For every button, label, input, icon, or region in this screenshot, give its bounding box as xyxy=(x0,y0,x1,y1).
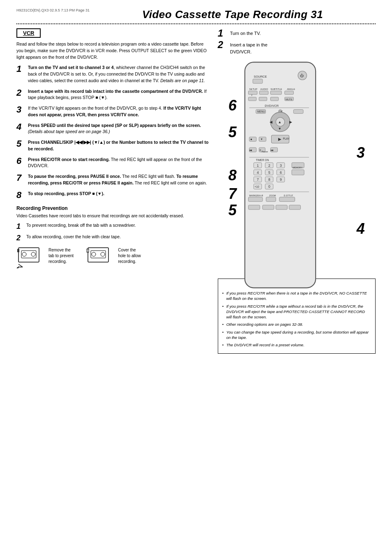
step-3-text: If the VCR/TV light appears on the front… xyxy=(28,105,210,118)
svg-text:▲: ▲ xyxy=(278,120,281,124)
svg-rect-95 xyxy=(263,205,274,210)
right-step-1-number: 1 xyxy=(218,28,227,38)
svg-rect-97 xyxy=(289,205,300,210)
svg-text:3: 3 xyxy=(280,164,282,168)
svg-rect-27 xyxy=(248,97,256,101)
svg-text:MEMORY: MEMORY xyxy=(293,166,303,169)
page-title: Video Cassette Tape Recording 31 xyxy=(90,8,376,21)
svg-text:6: 6 xyxy=(280,170,282,175)
page-wrapper: H9231CD(EN).QX3 02.9.5 7:13 PM Page 31 V… xyxy=(16,8,376,354)
svg-text:AUDIO: AUDIO xyxy=(260,88,268,90)
svg-text:+10: +10 xyxy=(254,185,259,188)
svg-rect-29 xyxy=(270,97,278,101)
step-4: 4 Press SPEED until the desired tape spe… xyxy=(16,122,210,136)
svg-text:ZOOM: ZOOM xyxy=(269,194,276,197)
svg-rect-26 xyxy=(285,91,294,94)
svg-text:▶: ▶ xyxy=(289,120,292,124)
svg-text:D.STTUT: D.STTUT xyxy=(284,194,293,197)
svg-rect-91 xyxy=(248,197,262,202)
svg-rect-24 xyxy=(259,91,268,94)
hint-4: You can change the tape speed during a r… xyxy=(222,329,371,341)
svg-text:SOURCE: SOURCE xyxy=(254,75,267,78)
hint-3: Other recording options are on pages 32-… xyxy=(222,322,371,327)
svg-rect-92 xyxy=(266,197,276,202)
cassette-remove-tab: Remove thetab to preventrecording. xyxy=(16,246,74,268)
svg-text:5: 5 xyxy=(268,170,270,175)
step-1: 1 Turn on the TV and set it to channel 3… xyxy=(16,64,210,84)
right-step-2: 2 Insert a tape in theDVD/VCR. xyxy=(218,40,376,55)
svg-text:DVD/VCR: DVD/VCR xyxy=(265,104,279,108)
step-2-text: Insert a tape with its record tab intact… xyxy=(28,88,210,101)
recording-prevention-heading: Recording Prevention xyxy=(16,205,210,211)
cassette-remove-label: Remove thetab to preventrecording. xyxy=(48,246,74,265)
cassette-illustrations: Remove thetab to preventrecording. xyxy=(16,246,210,268)
step-7: 7 To pause the recording, press PAUSE II… xyxy=(16,173,210,187)
dotted-divider xyxy=(16,23,376,24)
remote-num-3: 3 xyxy=(357,144,365,161)
step-8: 8 To stop recording, press STOP ■ (▼). xyxy=(16,191,210,200)
right-step-2-text: Insert a tape in theDVD/VCR. xyxy=(230,40,267,55)
hint-1: If you press REC/OTR when there is not a… xyxy=(222,290,371,302)
step-5-text: Press CHANNEL/SKIP |◀◀/▶▶| (▼/▲) or the … xyxy=(28,139,210,152)
svg-rect-28 xyxy=(259,97,267,101)
hint-2: If you press REC/OTR while a tape withou… xyxy=(222,304,371,320)
svg-text:▶: ▶ xyxy=(278,137,281,141)
remote-svg: SOURCE ⏻ SETUP AUDIO SUBTITLE ANGLE xyxy=(227,60,334,290)
step-8-text: To stop recording, press STOP ■ (▼). xyxy=(28,191,210,197)
helpful-hints-list: If you press REC/OTR when there is not a… xyxy=(222,290,371,348)
svg-text:Pause: Pause xyxy=(262,150,268,153)
svg-rect-96 xyxy=(276,205,287,210)
svg-rect-69 xyxy=(292,170,304,175)
intro-text: Read and follow the steps below to recor… xyxy=(16,41,210,60)
svg-text:SUBTITLE: SUBTITLE xyxy=(270,88,282,90)
svg-text:9: 9 xyxy=(280,177,282,182)
svg-text:II: II xyxy=(259,149,261,152)
svg-text:ANGLE: ANGLE xyxy=(287,88,295,90)
svg-rect-25 xyxy=(270,91,281,94)
left-column: VCR Read and follow the steps below to r… xyxy=(16,28,210,354)
step-6-text: Press REC/OTR once to start recording. T… xyxy=(28,157,210,170)
cassette-remove-icon xyxy=(16,246,45,268)
step-8-number: 8 xyxy=(16,191,25,200)
svg-text:4: 4 xyxy=(257,170,259,175)
svg-text:▼: ▼ xyxy=(260,138,263,140)
svg-text:▼: ▼ xyxy=(278,127,281,131)
hint-5: The DVD/VCR will record in a preset volu… xyxy=(222,342,371,348)
right-step-1: 1 Turn on the TV. xyxy=(218,28,376,38)
step-1-number: 1 xyxy=(16,64,25,74)
svg-text:TIMER ON: TIMER ON xyxy=(256,159,269,161)
svg-text:SETUP: SETUP xyxy=(249,88,257,90)
step-3: 3 If the VCR/TV light appears on the fro… xyxy=(16,105,210,118)
svg-text:◀: ◀ xyxy=(270,120,272,124)
svg-text:MARKER/A-B: MARKER/A-B xyxy=(249,194,263,197)
svg-rect-94 xyxy=(248,205,260,210)
right-column: 1 Turn on the TV. 2 Insert a tape in the… xyxy=(218,28,376,354)
svg-line-5 xyxy=(18,264,23,267)
step-7-text: To pause the recording, press PAUSE II o… xyxy=(28,173,210,187)
prevention-steps: 1 To prevent recording, break off the ta… xyxy=(16,222,210,242)
svg-rect-39 xyxy=(293,110,303,114)
svg-text:⏮: ⏮ xyxy=(249,149,252,152)
recording-prevention-intro: Video Cassettes have record tabs to ensu… xyxy=(16,213,210,219)
step-6: 6 Press REC/OTR once to start recording.… xyxy=(16,157,210,170)
cassette-cover-label: Cover thehole to allowrecording. xyxy=(118,246,141,265)
step-7-number: 7 xyxy=(16,173,25,182)
svg-rect-23 xyxy=(248,91,257,94)
svg-rect-13 xyxy=(87,249,89,252)
svg-text:Y: Y xyxy=(251,94,253,97)
svg-rect-9 xyxy=(91,251,106,258)
step-4-number: 4 xyxy=(16,122,25,131)
svg-text:MUTE: MUTE xyxy=(286,98,293,101)
right-step-2-number: 2 xyxy=(218,40,227,50)
vcr-badge: VCR xyxy=(16,28,41,38)
svg-point-11 xyxy=(101,252,105,256)
svg-rect-93 xyxy=(279,197,295,202)
step-1-text: Turn on the TV and set it to channel 3 o… xyxy=(28,64,210,84)
svg-text:MENU: MENU xyxy=(257,110,265,113)
step-5: 5 Press CHANNEL/SKIP |◀◀/▶▶| (▼/▲) or th… xyxy=(16,139,210,152)
main-layout: VCR Read and follow the steps below to r… xyxy=(16,28,376,354)
cassette-cover-hole: Cover thehole to allowrecording. xyxy=(86,246,141,268)
cassette-cover-icon xyxy=(86,246,115,268)
prev-step-2: 2 To allow recording, cover the hole wit… xyxy=(16,234,210,243)
step-3-number: 3 xyxy=(16,105,25,114)
